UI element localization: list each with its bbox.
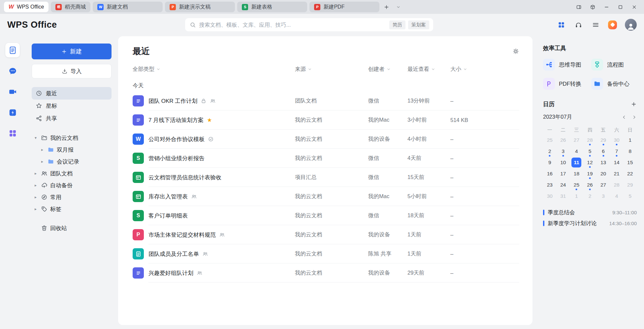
search-input[interactable] (199, 22, 390, 28)
rail-item-apps[interactable] (5, 126, 20, 140)
file-row[interactable]: S客户订单明细表我的云文档微信18天前– (133, 206, 519, 225)
calendar-day[interactable]: 4 (570, 146, 583, 157)
file-row[interactable]: 团队成员及分工名单我的云文档陈旭 共享1天前– (133, 244, 519, 263)
file-row[interactable]: S营销小组业绩分析报告我的云文档微信4天前– (133, 149, 519, 168)
calendar-day[interactable]: 18 (570, 168, 583, 179)
calendar-day[interactable]: 28 (610, 179, 624, 191)
filter-dropdown[interactable]: 全部类型 (133, 66, 160, 73)
calendar-day[interactable]: 9 (543, 157, 557, 168)
calendar-day[interactable]: 15 (623, 157, 637, 168)
new-document-button[interactable]: 新建 (32, 44, 112, 59)
caret-right-icon[interactable]: ▸ (33, 207, 38, 211)
calendar-day[interactable]: 2 (583, 191, 597, 202)
gear-icon[interactable] (512, 48, 519, 55)
rail-item-forms[interactable] (5, 105, 20, 120)
plus-icon[interactable] (381, 2, 391, 12)
calendar-day-selected[interactable]: 11 (570, 157, 583, 168)
calendar-day[interactable]: 5 (583, 146, 597, 157)
calendar-day[interactable]: 21 (610, 168, 624, 179)
maximize-button[interactable] (614, 2, 626, 12)
calendar-day[interactable]: 29 (596, 135, 610, 146)
calendar-day[interactable]: 4 (610, 191, 624, 202)
tab-wps-logo[interactable]: WWPS Office (4, 2, 48, 12)
tab-docer-store[interactable]: 稻稻壳商城 (51, 2, 90, 12)
caret-right-icon[interactable]: ▸ (33, 171, 38, 176)
calendar-day[interactable]: 30 (543, 191, 557, 202)
plus-icon[interactable] (631, 101, 637, 107)
caret-right-icon[interactable]: ▸ (33, 195, 38, 199)
search-tag[interactable]: 策划案 (408, 20, 429, 29)
workspace-button[interactable] (587, 2, 598, 12)
calendar-day[interactable]: 31 (557, 191, 570, 202)
calendar-day[interactable]: 24 (557, 179, 570, 191)
headset-button[interactable] (574, 20, 583, 29)
file-row[interactable]: 兴趣爱好组队计划我的云文档我的设备29天前– (133, 263, 519, 283)
sidebar-item-share[interactable]: 共享 (32, 112, 112, 125)
filter-dropdown[interactable]: 大小 (450, 66, 467, 73)
search-tag[interactable]: 简历 (389, 20, 405, 29)
filter-dropdown[interactable]: 创建者 (368, 66, 391, 73)
tab-pdf-doc[interactable]: P新建PDF (309, 2, 379, 12)
rail-item-meetings[interactable] (5, 84, 20, 99)
minimize-button[interactable] (600, 2, 612, 12)
calendar-day[interactable]: 25 (543, 135, 557, 146)
file-row[interactable]: P市场主体登记提交材料规范我的云文档我的设备1天前– (133, 225, 519, 244)
tab-dropdown-button[interactable] (393, 2, 403, 12)
file-row[interactable]: 库存出入管理表我的云文档我的Mac5小时前– (133, 187, 519, 206)
tab-presentation-doc[interactable]: P新建演示文稿 (165, 2, 235, 12)
calendar-day[interactable]: 3 (557, 146, 570, 157)
calendar-day[interactable]: 23 (543, 179, 557, 191)
calendar-day[interactable]: 29 (623, 179, 637, 191)
sidebar-item-star[interactable]: 星标 (32, 100, 112, 112)
caret-down-icon[interactable]: ▾ (33, 135, 38, 140)
tree-item[interactable]: ▸自动备份 (32, 179, 112, 191)
file-row[interactable]: 团队 OKR 工作计划团队文档微信13分钟前– (133, 91, 519, 110)
calendar-day[interactable]: 13 (596, 157, 610, 168)
calendar-day[interactable]: 22 (623, 168, 637, 179)
calendar-day[interactable]: 6 (596, 146, 610, 157)
tree-item[interactable]: ▸常用 (32, 191, 112, 203)
sidebar-item-trash[interactable]: 回收站 (32, 222, 112, 234)
calendar-day[interactable]: 17 (557, 168, 570, 179)
member-center-icon[interactable] (608, 20, 617, 29)
tool-pdf-convert[interactable]: PDF转换 (543, 78, 589, 90)
calendar-day[interactable]: 1 (623, 135, 637, 146)
sidebar-item-clock[interactable]: 最近 (32, 87, 112, 100)
tree-item[interactable]: ▸双月报 (32, 144, 112, 156)
calendar-day[interactable]: 10 (557, 157, 570, 168)
user-avatar[interactable] (625, 19, 637, 31)
calendar-day[interactable]: 12 (583, 157, 597, 168)
event-item[interactable]: 季度总结会9:30–11:00 (543, 207, 637, 218)
calendar-day[interactable]: 14 (610, 157, 624, 168)
calendar-day[interactable]: 25 (570, 179, 583, 191)
calendar-day[interactable]: 2 (543, 146, 557, 157)
grid-apps-button[interactable] (557, 20, 566, 29)
caret-right-icon[interactable]: ▸ (40, 159, 45, 164)
filter-dropdown[interactable]: 最近查看 (407, 66, 435, 73)
calendar-prev-button[interactable] (622, 115, 627, 120)
calendar-next-button[interactable] (632, 115, 637, 120)
calendar-day[interactable]: 20 (596, 168, 610, 179)
tool-mindmap[interactable]: 思维导图 (543, 59, 589, 71)
calendar-day[interactable]: 30 (610, 135, 624, 146)
calendar-day[interactable]: 27 (570, 135, 583, 146)
tree-item[interactable]: ▸会议记录 (32, 156, 112, 167)
calendar-day[interactable]: 26 (583, 179, 597, 191)
tree-item[interactable]: ▸标签 (32, 203, 112, 215)
file-row[interactable]: W公司对外合作协议模板我的云文档我的设备4小时前– (133, 130, 519, 149)
rail-item-messages[interactable] (5, 64, 20, 78)
tree-item[interactable]: ▸团队文档 (32, 167, 112, 179)
tab-writer-doc[interactable]: W新建文档 (93, 2, 163, 12)
calendar-day[interactable]: 8 (623, 146, 637, 157)
close-button[interactable] (628, 2, 640, 12)
caret-right-icon[interactable]: ▸ (40, 147, 45, 152)
calendar-day[interactable]: 16 (543, 168, 557, 179)
caret-right-icon[interactable]: ▸ (33, 183, 38, 188)
import-button[interactable]: 导入 (32, 64, 112, 78)
event-item[interactable]: 新季度学习计划讨论14:30–16:00 (543, 218, 637, 229)
menu-button[interactable] (591, 20, 600, 29)
calendar-day[interactable]: 7 (610, 146, 624, 157)
file-row[interactable]: 云文档管理员信息统计表验收项目汇总微信15天前– (133, 168, 519, 187)
filter-dropdown[interactable]: 来源 (295, 66, 312, 73)
file-row[interactable]: 7 月线下活动策划方案★我的云文档我的Mac3小时前514 KB (133, 110, 519, 130)
